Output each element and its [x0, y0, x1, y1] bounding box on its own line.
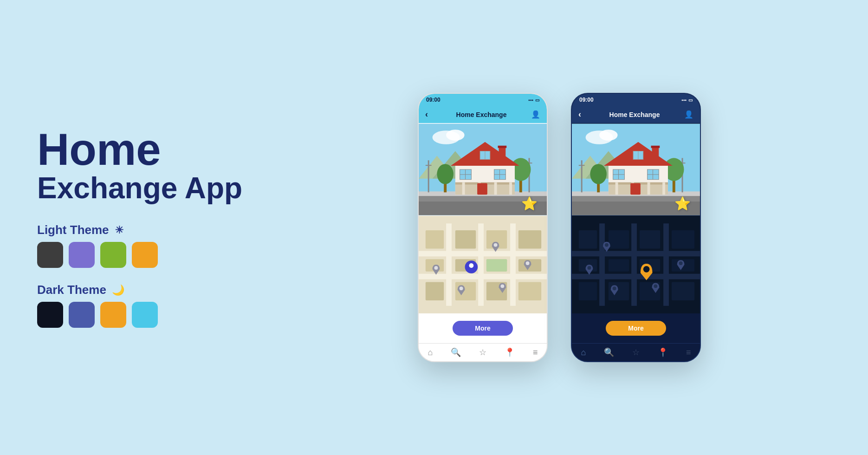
bottom-nav-light: ⌂ 🔍 ☆ 📍 ≡ — [419, 343, 547, 361]
swatch-navy — [37, 302, 63, 328]
svg-rect-103 — [609, 230, 629, 248]
nav-menu-light[interactable]: ≡ — [533, 348, 538, 358]
svg-point-117 — [588, 266, 591, 270]
swatch-cyan — [132, 302, 158, 328]
nav-star-light[interactable]: ☆ — [479, 347, 486, 358]
time-dark: 09:00 — [579, 97, 594, 103]
more-btn-container-dark: More — [572, 313, 700, 343]
phone-dark-inner: 09:00 ▪▪▪ ▭ ‹ Home Exchange 👤 — [572, 94, 700, 361]
svg-rect-102 — [579, 230, 597, 248]
left-panel: Home Exchange App Light Theme ☀ — [37, 127, 260, 328]
nav-bar-light: ‹ Home Exchange 👤 — [419, 106, 547, 123]
nav-pin-light[interactable]: 📍 — [505, 347, 515, 358]
svg-point-57 — [526, 261, 530, 265]
nav-star-dark[interactable]: ☆ — [632, 347, 640, 358]
swatch-amber — [100, 302, 126, 328]
svg-point-63 — [599, 130, 617, 141]
back-btn-light[interactable]: ‹ — [425, 110, 428, 119]
title-home: Home — [37, 127, 260, 172]
nav-home-light[interactable]: ⌂ — [428, 348, 433, 358]
svg-rect-107 — [609, 259, 629, 272]
svg-rect-80 — [651, 146, 660, 148]
svg-rect-19 — [498, 146, 507, 148]
svg-rect-41 — [426, 230, 444, 248]
swatch-indigo — [69, 302, 95, 328]
app-title: Home Exchange App — [37, 127, 260, 204]
swatch-dark — [37, 242, 63, 268]
status-icons-light: ▪▪▪ ▭ — [528, 98, 539, 103]
svg-point-2 — [446, 130, 464, 141]
status-bar-light: 09:00 ▪▪▪ ▭ — [419, 94, 547, 106]
map-area-light[interactable] — [419, 216, 547, 313]
svg-rect-105 — [672, 230, 694, 248]
moon-icon: 🌙 — [112, 284, 124, 296]
svg-rect-40 — [510, 223, 516, 306]
svg-rect-42 — [455, 230, 476, 248]
svg-rect-100 — [631, 223, 637, 306]
time-light: 09:00 — [426, 97, 440, 103]
svg-rect-38 — [446, 223, 452, 306]
phone-light: 09:00 ▪▪▪ ▭ ‹ Home Exchange 👤 — [418, 93, 548, 362]
svg-point-115 — [605, 243, 609, 247]
star-badge-light: ⭐ — [521, 196, 538, 211]
nav-menu-dark[interactable]: ≡ — [686, 348, 691, 358]
svg-point-114 — [643, 266, 650, 273]
nav-home-dark[interactable]: ⌂ — [581, 348, 586, 358]
svg-rect-9 — [426, 165, 432, 166]
svg-rect-50 — [455, 282, 476, 300]
phones-container: 09:00 ▪▪▪ ▭ ‹ Home Exchange 👤 — [288, 93, 831, 362]
swatch-purple — [69, 242, 95, 268]
status-icons-dark: ▪▪▪ ▭ — [681, 98, 693, 103]
nav-pin-dark[interactable]: 📍 — [658, 347, 668, 358]
light-theme-label: Light Theme ☀ — [37, 223, 260, 237]
svg-rect-110 — [579, 282, 597, 300]
svg-rect-111 — [609, 282, 629, 300]
dark-theme-group: Dark Theme 🌙 — [37, 283, 260, 328]
map-area-dark[interactable] — [572, 216, 700, 313]
signal-icon-dark: ▪▪▪ — [681, 98, 687, 103]
svg-rect-101 — [663, 223, 669, 306]
battery-icon-dark: ▭ — [688, 98, 693, 103]
svg-point-56 — [494, 243, 498, 247]
svg-rect-104 — [640, 230, 660, 248]
back-btn-dark[interactable]: ‹ — [578, 110, 581, 119]
dark-swatches — [37, 302, 260, 328]
nav-bar-dark: ‹ Home Exchange 👤 — [572, 106, 700, 123]
svg-rect-28 — [477, 183, 487, 195]
svg-point-74 — [590, 164, 606, 184]
nav-title-light: Home Exchange — [432, 111, 531, 118]
svg-rect-113 — [672, 282, 694, 300]
svg-rect-39 — [478, 223, 484, 306]
svg-rect-18 — [499, 147, 506, 158]
svg-rect-53 — [486, 259, 507, 272]
svg-point-60 — [460, 286, 463, 290]
svg-rect-24 — [462, 182, 465, 195]
svg-rect-87 — [648, 182, 650, 195]
svg-rect-89 — [630, 183, 641, 195]
dark-theme-label: Dark Theme 🌙 — [37, 283, 260, 297]
house-area-dark: ⭐ — [572, 123, 700, 216]
user-icon-dark[interactable]: 👤 — [684, 110, 693, 119]
status-bar-dark: 09:00 ▪▪▪ ▭ — [572, 94, 700, 106]
svg-point-116 — [679, 261, 683, 265]
signal-icon-light: ▪▪▪ — [528, 98, 533, 103]
svg-point-118 — [654, 284, 657, 288]
svg-rect-79 — [652, 147, 659, 158]
more-btn-container-light: More — [419, 313, 547, 343]
swatch-orange — [132, 242, 158, 268]
title-exchange-app: Exchange App — [37, 172, 260, 204]
nav-title-dark: Home Exchange — [585, 111, 684, 118]
swatch-green — [100, 242, 126, 268]
svg-rect-88 — [662, 182, 665, 195]
nav-search-light[interactable]: 🔍 — [451, 347, 461, 358]
light-swatches — [37, 242, 260, 268]
more-button-dark[interactable]: More — [606, 321, 666, 336]
nav-search-dark[interactable]: 🔍 — [604, 347, 614, 358]
svg-rect-52 — [518, 282, 541, 300]
svg-point-58 — [434, 266, 438, 270]
star-badge-dark: ⭐ — [674, 196, 691, 211]
svg-rect-26 — [494, 182, 497, 195]
user-icon-light[interactable]: 👤 — [531, 110, 540, 119]
svg-rect-70 — [579, 165, 585, 166]
more-button-light[interactable]: More — [453, 321, 512, 336]
